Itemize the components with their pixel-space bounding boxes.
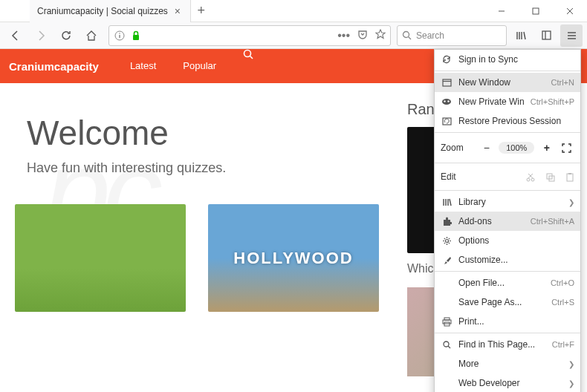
menu-customize[interactable]: Customize... [435, 250, 580, 270]
library-toolbar-button[interactable] [510, 24, 532, 47]
menu-label: New Private Window [458, 97, 525, 107]
edit-label: Edit [441, 172, 476, 182]
copy-icon[interactable] [545, 172, 555, 182]
home-button[interactable] [80, 24, 103, 47]
svg-line-9 [409, 37, 412, 40]
menu-label: Find in This Page... [458, 339, 546, 350]
menu-addons[interactable]: Add-ons Ctrl+Shift+A [435, 212, 580, 231]
svg-rect-21 [443, 79, 451, 86]
search-bar[interactable]: Search [397, 25, 507, 46]
search-icon [441, 339, 453, 350]
mask-icon [441, 96, 453, 108]
chevron-right-icon: ❯ [568, 360, 574, 368]
more-actions-icon[interactable]: ••• [337, 29, 350, 42]
forward-button[interactable] [30, 24, 52, 47]
menu-options[interactable]: Options [435, 231, 580, 250]
chevron-right-icon: ❯ [568, 379, 574, 388]
svg-point-25 [447, 100, 449, 102]
svg-point-23 [442, 99, 451, 105]
hamburger-menu-button[interactable] [560, 24, 583, 47]
menu-label: More [458, 359, 562, 369]
zoom-out-button[interactable]: − [479, 140, 494, 156]
menu-find[interactable]: Find in This Page... Ctrl+F [435, 335, 580, 354]
browser-toolbar: ••• Search [0, 22, 587, 49]
application-menu: Sign in to Sync New Window Ctrl+N New Pr… [434, 49, 581, 392]
menu-edit-row: Edit [435, 165, 580, 189]
address-bar[interactable]: ••• [108, 25, 391, 46]
menu-more[interactable]: More ❯ [435, 354, 580, 373]
bookmark-star-icon[interactable] [375, 29, 386, 42]
library-icon [441, 196, 453, 208]
cut-icon[interactable] [525, 172, 535, 182]
nav-search-icon[interactable] [230, 49, 267, 83]
menu-print[interactable]: Print... [435, 312, 580, 331]
sync-icon [441, 53, 453, 65]
zoom-label: Zoom [441, 143, 474, 153]
close-tab-icon[interactable]: × [172, 6, 183, 16]
browser-tab[interactable]: Craniumcapacity | Social quizzes × [30, 0, 191, 22]
fullscreen-button[interactable] [559, 140, 574, 156]
menu-label: Restore Previous Session [458, 116, 574, 126]
menu-separator [435, 333, 580, 333]
menu-shortcut: Ctrl+F [552, 340, 574, 349]
menu-label: Open File... [458, 278, 545, 288]
tab-title: Craniumcapacity | Social quizzes [37, 6, 168, 16]
menu-new-private-window[interactable]: New Private Window Ctrl+Shift+P [435, 92, 580, 111]
menu-zoom-row: Zoom − 100% + [435, 134, 580, 161]
menu-restore-session[interactable]: Restore Previous Session [435, 111, 580, 131]
search-icon [402, 30, 412, 40]
menu-new-window[interactable]: New Window Ctrl+N [435, 73, 580, 92]
menu-label: Save Page As... [458, 297, 545, 307]
close-window-button[interactable] [553, 0, 587, 22]
site-brand[interactable]: Craniumcapacity [9, 60, 117, 73]
thumb2-text: HOLLYWOOD [233, 249, 353, 268]
paste-icon[interactable] [565, 172, 574, 182]
restore-icon [441, 115, 453, 127]
menu-library[interactable]: Library ❯ [435, 192, 580, 212]
menu-label: Add-ons [458, 216, 525, 226]
menu-label: New Window [458, 77, 545, 88]
window-titlebar: Craniumcapacity | Social quizzes × + [0, 0, 587, 22]
svg-line-13 [524, 32, 525, 39]
thumbnail-2[interactable]: HOLLYWOOD [208, 204, 379, 312]
svg-point-28 [531, 178, 534, 181]
svg-line-44 [448, 346, 450, 348]
menu-sign-in[interactable]: Sign in to Sync [435, 50, 580, 69]
svg-rect-7 [133, 35, 139, 40]
nav-latest[interactable]: Latest [117, 49, 169, 83]
menu-web-developer[interactable]: Web Developer ❯ [435, 373, 580, 392]
pocket-icon[interactable] [357, 29, 368, 42]
svg-rect-33 [567, 174, 573, 181]
sidebar-toolbar-button[interactable] [535, 24, 557, 47]
zoom-in-button[interactable]: + [539, 140, 554, 156]
menu-shortcut: Ctrl+O [551, 278, 574, 287]
svg-line-38 [450, 199, 451, 206]
menu-label: Sign in to Sync [458, 54, 574, 65]
maximize-button[interactable] [519, 0, 553, 22]
minimize-button[interactable] [484, 0, 519, 22]
svg-line-20 [250, 56, 253, 59]
lock-icon [130, 30, 142, 42]
info-icon[interactable] [114, 30, 126, 42]
puzzle-icon [441, 215, 453, 227]
new-tab-button[interactable]: + [191, 1, 212, 22]
menu-separator [435, 271, 580, 272]
reload-button[interactable] [55, 24, 77, 47]
window-icon [441, 76, 453, 88]
thumbnail-1[interactable] [15, 204, 186, 312]
svg-point-19 [244, 50, 251, 57]
menu-open-file[interactable]: Open File... Ctrl+O [435, 273, 580, 293]
menu-separator [435, 71, 580, 71]
svg-rect-14 [542, 31, 551, 39]
menu-save-page-as[interactable]: Save Page As... Ctrl+S [435, 293, 580, 312]
menu-separator [435, 190, 580, 191]
menu-separator [435, 163, 580, 163]
back-button[interactable] [4, 24, 27, 47]
gear-icon [441, 235, 453, 246]
nav-popular[interactable]: Popular [169, 49, 230, 83]
menu-shortcut: Ctrl+Shift+A [531, 217, 574, 226]
menu-separator [435, 132, 580, 133]
menu-label: Customize... [458, 255, 574, 265]
menu-label: Options [458, 235, 574, 246]
svg-point-6 [119, 33, 120, 34]
